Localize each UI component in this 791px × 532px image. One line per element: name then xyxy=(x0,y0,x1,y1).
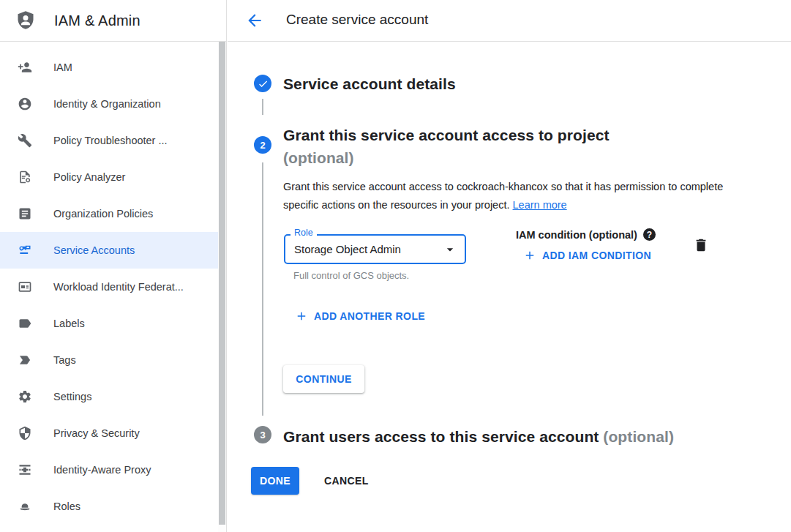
label-tag-icon xyxy=(18,316,32,331)
sidebar-item-roles[interactable]: Roles xyxy=(0,488,218,525)
sidebar-nav: IAM Identity & Organization Policy Troub… xyxy=(0,42,226,525)
iam-shield-logo-icon xyxy=(15,10,36,31)
iam-condition-label: IAM condition (optional) xyxy=(516,229,637,241)
page-header: Create service account xyxy=(228,0,791,42)
step2-title-block: Grant this service account access to pro… xyxy=(283,124,656,169)
sidebar-item-service-accounts[interactable]: Service Accounts xyxy=(0,232,218,269)
sidebar-item-identity-organization[interactable]: Identity & Organization xyxy=(0,86,218,122)
wrench-icon xyxy=(18,133,32,148)
sidebar-item-label: Policy Troubleshooter ... xyxy=(53,135,168,146)
hat-roles-icon xyxy=(18,499,32,514)
step2-description-text: Grant this service account access to coc… xyxy=(283,181,723,211)
iam-condition-row: IAM condition (optional) ? xyxy=(516,228,656,241)
sidebar-item-label: Roles xyxy=(53,501,80,512)
step3-title-block: Grant users access to this service accou… xyxy=(283,425,674,448)
badge-card-icon xyxy=(18,280,32,294)
step-connector xyxy=(262,99,263,115)
sidebar-item-label: IAM xyxy=(53,61,72,73)
trash-icon xyxy=(693,237,709,253)
sidebar-item-workload-identity-federation[interactable]: Workload Identity Federat... xyxy=(0,269,218,305)
step3-number: 3 xyxy=(260,430,265,441)
sidebar-item-label: Workload Identity Federat... xyxy=(53,281,184,293)
gear-icon xyxy=(18,389,32,404)
sidebar-item-labels[interactable]: Labels xyxy=(0,305,218,342)
sidebar-item-policy-troubleshooter[interactable]: Policy Troubleshooter ... xyxy=(0,122,218,159)
sidebar-item-label: Service Accounts xyxy=(53,244,135,256)
help-icon[interactable]: ? xyxy=(643,228,656,241)
document-list-icon xyxy=(18,206,32,221)
sidebar-item-label: Privacy & Security xyxy=(53,427,140,439)
sidebar-item-label: Labels xyxy=(53,318,85,329)
account-circle-icon xyxy=(18,97,32,111)
add-another-role-label: ADD ANOTHER ROLE xyxy=(314,310,425,322)
step3-optional-label: (optional) xyxy=(603,428,674,445)
done-button[interactable]: DONE xyxy=(251,467,299,495)
shield-icon xyxy=(18,426,32,441)
back-arrow-icon xyxy=(245,11,264,30)
add-iam-condition-label: ADD IAM CONDITION xyxy=(542,250,651,261)
sidebar-item-label: Identity & Organization xyxy=(53,98,161,110)
sidebar-item-label: Identity-Aware Proxy xyxy=(53,464,151,476)
sidebar-item-privacy-security[interactable]: Privacy & Security xyxy=(0,415,218,452)
sidebar-item-iam[interactable]: IAM xyxy=(0,49,218,86)
sidebar-item-policy-analyzer[interactable]: Policy Analyzer xyxy=(0,159,218,195)
sidebar-item-tags[interactable]: Tags xyxy=(0,342,218,378)
plus-icon xyxy=(523,249,536,262)
step3-indicator: 3 xyxy=(254,426,271,443)
add-iam-condition-button[interactable]: ADD IAM CONDITION xyxy=(523,249,651,262)
add-another-role-button[interactable]: ADD ANOTHER ROLE xyxy=(295,310,425,323)
service-account-key-icon xyxy=(18,243,32,258)
learn-more-link[interactable]: Learn more xyxy=(513,199,567,211)
sidebar-header: IAM & Admin xyxy=(0,0,226,42)
cancel-button[interactable]: CANCEL xyxy=(324,467,369,495)
step2-indicator: 2 xyxy=(254,136,271,154)
role-field-label: Role xyxy=(290,228,317,238)
proxy-gateway-icon xyxy=(18,462,32,477)
sidebar-item-label: Policy Analyzer xyxy=(53,171,125,183)
product-title: IAM & Admin xyxy=(54,12,140,29)
continue-button[interactable]: CONTINUE xyxy=(283,365,364,393)
sidebar-item-label: Tags xyxy=(53,354,76,366)
back-button[interactable] xyxy=(245,11,264,30)
sidebar-scrollbar[interactable] xyxy=(218,42,226,532)
person-add-icon xyxy=(18,60,32,75)
plus-icon xyxy=(295,310,308,323)
step3-title: Grant users access to this service accou… xyxy=(283,428,599,445)
sidebar: IAM & Admin IAM Identity & Organization … xyxy=(0,0,227,532)
chevron-down-icon xyxy=(443,242,457,257)
role-selected-value: Storage Object Admin xyxy=(294,243,443,255)
scrollbar-thumb[interactable] xyxy=(219,42,225,525)
sidebar-item-organization-policies[interactable]: Organization Policies xyxy=(0,195,218,232)
step-connector xyxy=(262,162,263,416)
main-panel: Create service account Service account d… xyxy=(228,0,791,532)
sidebar-item-identity-aware-proxy[interactable]: Identity-Aware Proxy xyxy=(0,452,218,488)
step2-description: Grant this service account access to coc… xyxy=(283,178,727,214)
delete-role-button[interactable] xyxy=(692,237,710,255)
policy-analyzer-icon xyxy=(18,170,32,184)
sidebar-item-label: Organization Policies xyxy=(53,208,153,220)
page-title: Create service account xyxy=(286,12,428,28)
sidebar-item-settings[interactable]: Settings xyxy=(0,378,218,415)
sidebar-item-label: Settings xyxy=(53,391,91,402)
role-helper-text: Full control of GCS objects. xyxy=(293,270,409,281)
tag-arrow-icon xyxy=(18,353,32,367)
role-select[interactable]: Storage Object Admin xyxy=(284,234,466,264)
step2-number: 2 xyxy=(260,140,265,151)
check-icon xyxy=(258,78,269,89)
step2-optional-label: (optional) xyxy=(283,149,354,166)
step1-complete-indicator xyxy=(254,75,271,92)
step1-title: Service account details xyxy=(283,72,456,95)
step2-title: Grant this service account access to pro… xyxy=(283,127,610,143)
